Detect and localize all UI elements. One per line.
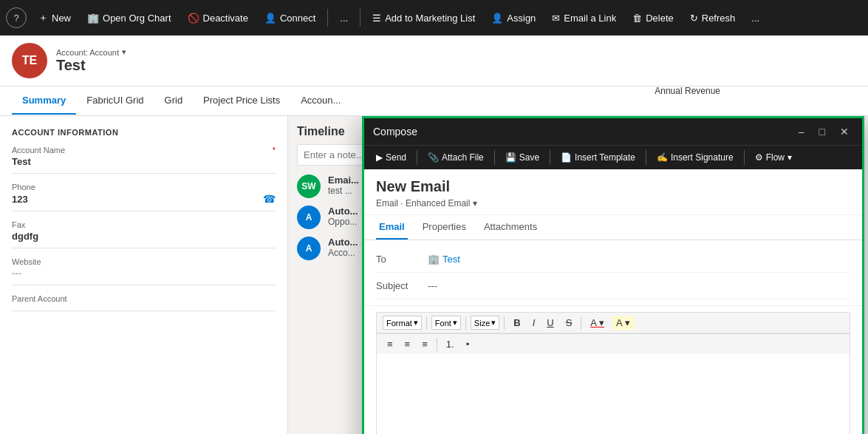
- strikethrough-button[interactable]: S: [561, 316, 577, 330]
- deactivate-icon: 🚫: [188, 13, 199, 24]
- avatar: A: [297, 237, 321, 260]
- delete-icon: 🗑: [632, 13, 642, 24]
- marketing-icon: ☰: [372, 13, 381, 24]
- refresh-icon: ↻: [690, 13, 698, 24]
- more-dropdown-button[interactable]: ...: [332, 8, 355, 28]
- email-link-icon: ✉: [552, 13, 560, 24]
- account-header: TE Account: Account ▾ Test Annual Revenu…: [0, 35, 868, 87]
- attach-icon: 📎: [428, 152, 439, 163]
- tab-summary[interactable]: Summary: [12, 87, 76, 115]
- annual-revenue-label: Annual Revenue: [655, 86, 720, 96]
- left-panel: ACCOUNT INFORMATION Account Name * Test …: [0, 116, 288, 434]
- phone-icon[interactable]: ☎: [263, 193, 276, 205]
- rte-content-area[interactable]: [377, 354, 850, 434]
- email-tab-properties[interactable]: Properties: [420, 215, 469, 240]
- field-parent-account: Parent Account: [12, 294, 276, 311]
- minimize-button[interactable]: –: [794, 124, 809, 139]
- underline-button[interactable]: U: [542, 316, 558, 330]
- assign-icon: 👤: [491, 13, 503, 24]
- align-center-button[interactable]: ≡: [400, 337, 415, 351]
- attach-file-button[interactable]: 📎 Attach File: [422, 149, 490, 166]
- email-tab-email[interactable]: Email: [376, 215, 408, 240]
- email-subtitle: Email · Enhanced Email ▾: [376, 198, 850, 208]
- marketing-button[interactable]: ☰ Add to Marketing List: [365, 8, 482, 28]
- insert-template-button[interactable]: 📄 Insert Template: [555, 149, 641, 166]
- separator: [581, 316, 581, 330]
- field-label-account-name: Account Name: [12, 146, 65, 155]
- account-info-section-title: ACCOUNT INFORMATION: [12, 128, 276, 137]
- highlight-button[interactable]: A ▾: [612, 316, 635, 330]
- new-button[interactable]: ＋ New: [31, 7, 78, 29]
- avatar: A: [297, 206, 321, 229]
- refresh-button[interactable]: ↻ Refresh: [683, 8, 743, 28]
- field-phone: Phone 123 ☎: [12, 183, 276, 211]
- close-button[interactable]: ✕: [835, 124, 853, 139]
- size-select[interactable]: Size ▾: [471, 316, 499, 330]
- chevron-down-icon: ▾: [625, 317, 630, 328]
- field-label-phone: Phone: [12, 183, 35, 191]
- required-indicator: *: [273, 146, 276, 155]
- tab-grid[interactable]: Grid: [154, 87, 194, 115]
- deactivate-button[interactable]: 🚫 Deactivate: [180, 8, 256, 28]
- separator: [327, 9, 328, 27]
- separator: [550, 150, 550, 165]
- font-select[interactable]: Font ▾: [431, 316, 461, 330]
- email-title: New Email: [376, 178, 450, 195]
- delete-button[interactable]: 🗑 Delete: [625, 8, 681, 28]
- tab-account[interactable]: Accoun...: [290, 87, 351, 115]
- format-select[interactable]: Format ▾: [383, 316, 422, 330]
- overflow-button[interactable]: ...: [744, 8, 767, 28]
- org-chart-icon: 🏢: [87, 13, 99, 24]
- connect-button[interactable]: 👤 Connect: [257, 8, 323, 28]
- to-value: 🏢 Test: [428, 254, 850, 265]
- send-button[interactable]: ▶ Send: [370, 149, 412, 166]
- tab-fabricui-grid[interactable]: FabricUI Grid: [76, 87, 154, 115]
- bold-button[interactable]: B: [509, 316, 524, 330]
- assign-button[interactable]: 👤 Assign: [484, 8, 543, 28]
- field-label-parent-account: Parent Account: [12, 294, 67, 303]
- save-button[interactable]: 💾 Save: [499, 149, 545, 166]
- tab-project-price-lists[interactable]: Project Price Lists: [193, 87, 290, 115]
- restore-button[interactable]: □: [815, 124, 830, 139]
- compose-title: Compose: [373, 126, 417, 138]
- account-name: Test: [56, 57, 126, 74]
- new-icon: ＋: [38, 11, 48, 24]
- send-icon: ▶: [376, 152, 383, 163]
- to-link[interactable]: 🏢 Test: [428, 254, 850, 265]
- unordered-list-button[interactable]: •: [462, 337, 474, 351]
- email-tab-attachments[interactable]: Attachments: [481, 215, 540, 240]
- avatar: SW: [297, 174, 321, 198]
- timeline-item-desc: Acco...: [328, 248, 358, 258]
- org-chart-button[interactable]: 🏢 Open Org Chart: [80, 8, 179, 28]
- subtitle-dropdown-icon[interactable]: ▾: [473, 198, 477, 208]
- help-icon: ?: [13, 13, 18, 24]
- contact-icon: 🏢: [428, 254, 440, 265]
- rich-text-editor: Format ▾ Font ▾ Size ▾ B I: [376, 312, 850, 434]
- timeline-item-title: Auto...: [328, 206, 358, 217]
- field-value-phone: 123: [12, 194, 28, 205]
- field-label-fax: Fax: [12, 220, 25, 229]
- chevron-down-icon: ▾: [414, 318, 418, 328]
- email-link-button[interactable]: ✉ Email a Link: [544, 8, 623, 28]
- align-left-button[interactable]: ≡: [383, 337, 397, 351]
- help-button[interactable]: ?: [6, 7, 27, 28]
- compose-body: New Email Email · Enhanced Email ▾ Email…: [364, 169, 862, 434]
- italic-button[interactable]: I: [528, 316, 540, 330]
- font-color-button[interactable]: A ▾: [586, 316, 609, 330]
- chevron-down-icon[interactable]: ▾: [122, 47, 126, 57]
- field-label-website: Website: [12, 257, 41, 266]
- chevron-down-icon: ▾: [491, 318, 496, 328]
- email-fields: To 🏢 Test Subject ---: [364, 240, 862, 306]
- field-value-account-name: Test: [12, 156, 276, 167]
- separator: [360, 9, 360, 27]
- separator: [494, 150, 495, 165]
- subject-field-row: Subject ---: [376, 273, 850, 299]
- to-label: To: [376, 254, 428, 265]
- compose-toolbar: ▶ Send 📎 Attach File 💾 Save 📄 Insert Tem…: [364, 145, 862, 169]
- ordered-list-button[interactable]: 1.: [442, 337, 459, 351]
- separator: [744, 150, 745, 165]
- separator: [437, 338, 437, 351]
- align-right-button[interactable]: ≡: [417, 337, 432, 351]
- flow-button[interactable]: ⚙ Flow ▾: [749, 149, 798, 166]
- insert-signature-button[interactable]: ✍ Insert Signature: [651, 149, 739, 166]
